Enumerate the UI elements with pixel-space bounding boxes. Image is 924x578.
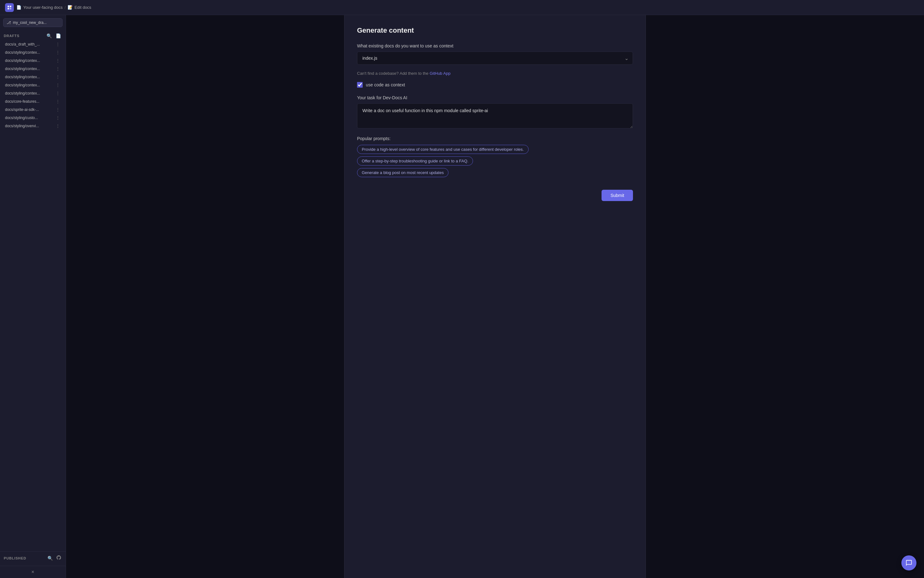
drafts-section-header: DRAFTS 🔍 📄: [0, 30, 66, 40]
draft-item-name: docs/styling/contex...: [5, 58, 55, 63]
draft-item-name: docs/core-features...: [5, 99, 55, 104]
published-title: Published: [4, 556, 26, 560]
breadcrumb-edit-label[interactable]: Edit docs: [75, 5, 91, 10]
draft-item-more-button[interactable]: ⋮: [55, 42, 61, 47]
context-label: What existing docs do you want to use as…: [357, 43, 633, 49]
draft-list-item[interactable]: docs/styling/contex...⋮: [1, 49, 64, 57]
use-code-label[interactable]: use code as context: [366, 82, 405, 87]
drafts-actions: 🔍 📄: [46, 32, 62, 39]
main-layout: ⎇ my_cool_new_dra... DRAFTS 🔍 📄 docs/a_d…: [0, 15, 924, 578]
draft-item-name: docs/styling/contex...: [5, 75, 55, 79]
code-context-row: use code as context: [357, 82, 633, 88]
draft-item-name: docs/sprite-ai-sdk-...: [5, 107, 55, 112]
close-sidebar-button[interactable]: ×: [31, 569, 34, 575]
prompt-chip[interactable]: Generate a blog post on most recent upda…: [357, 168, 449, 177]
github-app-link[interactable]: GitHub App: [429, 71, 451, 76]
app-logo: [5, 3, 14, 12]
breadcrumb-doc-icon: 📄: [16, 5, 21, 10]
svg-rect-3: [10, 8, 11, 10]
branch-label: my_cool_new_dra...: [13, 20, 47, 25]
svg-rect-1: [10, 6, 11, 7]
draft-item-more-button[interactable]: ⋮: [55, 115, 61, 120]
draft-list-item[interactable]: docs/styling/custo...⋮: [1, 114, 64, 122]
draft-list-item[interactable]: docs/core-features...⋮: [1, 97, 64, 106]
branch-icon: ⎇: [7, 20, 11, 25]
published-actions: 🔍: [47, 555, 62, 561]
breadcrumb-separator: /: [64, 5, 66, 10]
drafts-title: DRAFTS: [4, 34, 20, 38]
draft-list-item[interactable]: docs/styling/overvi...⋮: [1, 122, 64, 130]
modal-title: Generate content: [357, 26, 633, 34]
svg-rect-2: [8, 8, 9, 10]
hint-text: Can't find a codebase? Add them to the: [357, 71, 428, 76]
draft-item-name: docs/styling/contex...: [5, 50, 55, 55]
drafts-section: DRAFTS 🔍 📄 docs/a_draft_with_...⋮docs/st…: [0, 30, 66, 551]
prompt-chip[interactable]: Offer a step-by-step troubleshooting gui…: [357, 156, 473, 166]
popular-prompts-label: Popular prompts:: [357, 136, 633, 141]
task-textarea[interactable]: [357, 103, 633, 128]
draft-item-name: docs/a_draft_with_...: [5, 42, 55, 47]
prompt-chip[interactable]: Provide a high-level overview of core fe…: [357, 145, 529, 154]
github-hint: Can't find a codebase? Add them to the G…: [357, 71, 633, 76]
task-label: Your task for Dev-Docs AI: [357, 95, 633, 100]
breadcrumb-doc-label[interactable]: Your user-facing docs: [23, 5, 63, 10]
draft-items-list: docs/a_draft_with_...⋮docs/styling/conte…: [0, 40, 66, 130]
draft-list-item[interactable]: docs/styling/contex...⋮: [1, 89, 64, 97]
draft-list-item[interactable]: docs/styling/contex...⋮: [1, 73, 64, 81]
draft-list-item[interactable]: docs/styling/contex...⋮: [1, 65, 64, 73]
draft-item-more-button[interactable]: ⋮: [55, 99, 61, 104]
chat-bubble[interactable]: [901, 555, 916, 570]
content-panel: Generate content What existing docs do y…: [66, 15, 924, 578]
draft-item-more-button[interactable]: ⋮: [55, 107, 61, 112]
draft-item-more-button[interactable]: ⋮: [55, 66, 61, 71]
draft-item-more-button[interactable]: ⋮: [55, 75, 61, 80]
draft-item-name: docs/styling/custo...: [5, 115, 55, 120]
draft-item-name: docs/styling/contex...: [5, 67, 55, 71]
draft-item-name: docs/styling/overvi...: [5, 124, 55, 128]
draft-item-name: docs/styling/contex...: [5, 83, 55, 87]
modal-overlay: Generate content What existing docs do y…: [66, 15, 924, 578]
submit-row: Submit: [357, 190, 633, 201]
draft-list-item[interactable]: docs/styling/contex...⋮: [1, 57, 64, 65]
generate-content-modal: Generate content What existing docs do y…: [344, 15, 646, 578]
new-draft-button[interactable]: 📄: [55, 32, 62, 39]
search-drafts-button[interactable]: 🔍: [46, 32, 53, 39]
draft-item-more-button[interactable]: ⋮: [55, 123, 61, 128]
breadcrumb-edit-icon: 📝: [68, 5, 73, 10]
svg-rect-0: [8, 6, 9, 7]
search-published-button[interactable]: 🔍: [47, 555, 54, 561]
draft-item-more-button[interactable]: ⋮: [55, 83, 61, 88]
context-select-wrapper: index.js ⌄: [357, 52, 633, 65]
draft-item-name: docs/styling/contex...: [5, 91, 55, 96]
sidebar-bottom: Published 🔍: [0, 551, 66, 566]
github-published-button[interactable]: [55, 555, 62, 561]
draft-item-more-button[interactable]: ⋮: [55, 50, 61, 55]
prompts-list: Provide a high-level overview of core fe…: [357, 145, 633, 177]
draft-list-item[interactable]: docs/styling/contex...⋮: [1, 81, 64, 89]
submit-button[interactable]: Submit: [602, 190, 633, 201]
breadcrumb: 📄 Your user-facing docs / 📝 Edit docs: [16, 5, 91, 10]
draft-item-more-button[interactable]: ⋮: [55, 91, 61, 96]
topbar: 📄 Your user-facing docs / 📝 Edit docs: [0, 0, 924, 15]
draft-list-item[interactable]: docs/sprite-ai-sdk-...⋮: [1, 106, 64, 114]
sidebar: ⎇ my_cool_new_dra... DRAFTS 🔍 📄 docs/a_d…: [0, 15, 66, 578]
sidebar-close-area: ×: [0, 566, 66, 578]
draft-list-item[interactable]: docs/a_draft_with_...⋮: [1, 40, 64, 49]
published-header: Published 🔍: [4, 555, 62, 561]
branch-button[interactable]: ⎇ my_cool_new_dra...: [3, 18, 63, 27]
context-select[interactable]: index.js: [357, 52, 633, 65]
use-code-checkbox[interactable]: [357, 82, 363, 88]
draft-item-more-button[interactable]: ⋮: [55, 58, 61, 63]
